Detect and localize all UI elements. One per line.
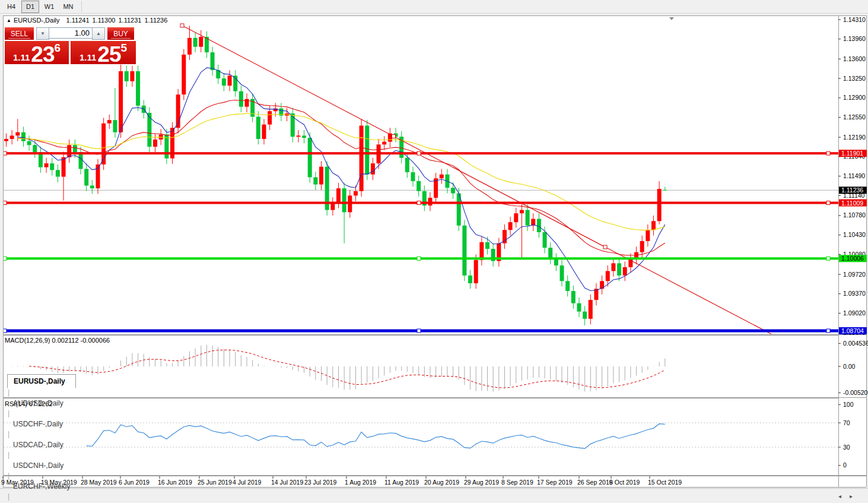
price-tag: 1.10006 [841,255,864,262]
hline-handle[interactable] [826,201,830,205]
date-tick-label: 28 May 2019 [81,479,117,486]
hline-handle[interactable] [417,201,421,205]
rsi-tick-label: 70 [843,419,850,426]
chart-tab-xauusd-weekly[interactable]: XAUUSD-,Weekly [7,501,76,503]
symbol-period-label: EURUSD-,Daily [14,17,60,24]
chart-tab-bar: EURUSD-,Daily|AUDUSD-,Daily|USDCHF-,Dail… [0,488,868,503]
chart-ohlc-header: ▲EURUSD-,Daily1.112411.113001.112311.112… [7,17,167,24]
date-tick-label: 25 Jun 2019 [198,479,232,486]
price-tag: 1.11009 [841,200,863,207]
volume-stepper: ▼ ▲ [36,27,105,40]
one-click-trading-panel: SELL ▼ ▲ BUY 1.11 23 6 1.11 25 5 [5,27,136,64]
price-tick-label: 1.09020 [843,309,866,317]
date-tick-label: 4 Jul 2019 [233,479,262,486]
price-tick-label: 1.13600 [843,55,866,62]
price-tick-label: 1.11490 [843,172,865,179]
tab-separator: | [8,388,9,397]
price-tick-label: 1.13960 [843,35,866,42]
trendline-handle[interactable] [392,135,396,138]
volume-input[interactable] [49,27,92,39]
date-tick-label: 15 Oct 2019 [648,479,682,486]
chart-tab-eurchf-weekly[interactable]: EURCHF-,Weekly [7,480,76,492]
price-tick-label: 1.12900 [843,94,866,101]
buy-price-big-digits: 25 [97,45,120,64]
rsi-tick-label: 100 [843,401,854,408]
sell-button[interactable]: SELL [5,27,34,40]
hline-handle[interactable] [417,151,421,155]
open-value: 1.11241 [66,17,90,24]
hline-handle[interactable] [826,257,830,260]
date-tick-label: 14 Jul 2019 [271,479,303,486]
date-tick-label: 17 Sep 2019 [537,479,573,486]
price-chart[interactable]: 1.143101.139601.136001.132501.129001.125… [0,0,868,503]
price-tick-label: 1.10430 [843,231,866,238]
rsi-tick-label: 30 [843,444,850,451]
chart-window: 1.143101.139601.136001.132501.129001.125… [3,15,867,487]
price-tick-label: 1.13250 [843,75,866,82]
tab-separator: | [8,451,9,459]
price-tick-label: 1.10780 [843,211,866,219]
date-tick-label: 16 Jun 2019 [158,479,192,486]
expand-arrow-icon[interactable]: ▲ [7,18,11,23]
buy-price-pip-digit: 5 [120,43,127,53]
sell-price-big-digits: 23 [31,45,54,64]
price-tick-label: 1.12190 [843,134,866,141]
date-tick-label: 8 Sep 2019 [501,479,533,486]
volume-increase-button[interactable]: ▲ [92,27,105,40]
chart-tab-audusd-daily[interactable]: AUDUSD-,Daily [7,397,76,409]
price-tag: 1.11901 [841,150,863,157]
macd-tick-label: 0.004536 [843,340,868,347]
date-tick-label: 6 Oct 2019 [609,479,640,486]
close-value: 1.11236 [144,17,167,24]
hline-handle[interactable] [826,151,830,155]
macd-indicator-label: MACD(12,26,9) 0.002112 -0.000066 [5,337,110,344]
sell-price-pip-digit: 6 [54,43,61,53]
sell-price-display[interactable]: 1.11 23 6 [5,41,69,64]
date-tick-label: 11 Aug 2019 [384,479,419,486]
hline-handle[interactable] [826,329,830,333]
hline-handle[interactable] [417,329,421,333]
date-tick-label: 20 Aug 2019 [424,479,459,486]
macd-tick-label: -0.005205 [843,389,868,396]
volume-decrease-button[interactable]: ▼ [36,27,49,40]
date-tick-label: 26 Sep 2019 [577,479,613,486]
trendline-handle[interactable] [603,245,607,249]
price-tag: 1.11236 [841,186,863,194]
tab-separator: | [8,409,9,417]
tab-scroll-left-icon[interactable]: ◂ [838,493,850,499]
sell-price-prefix: 1.11 [13,53,30,62]
trendline-handle[interactable] [180,24,184,27]
price-tick-label: 1.12550 [843,113,866,121]
tab-separator: | [8,492,9,501]
price-tick-label: 1.14310 [843,16,866,23]
high-value: 1.11300 [93,17,116,24]
tab-scroll-arrows[interactable]: ◂▸ [838,493,861,499]
application-window: H4D1W1MN 1.143101.139601.136001.132501.1… [0,0,868,503]
date-tick-label: 6 Jun 2019 [119,479,150,486]
chart-tab-usdcad-daily[interactable]: USDCAD-,Daily [7,438,76,451]
chart-tab-usdchf-daily[interactable]: USDCHF-,Daily [7,417,76,430]
tab-separator: | [8,430,9,438]
tab-scroll-right-icon[interactable]: ▸ [850,493,861,499]
date-tick-label: 29 Aug 2019 [464,479,499,486]
chart-tab-usdcnh-daily[interactable]: USDCNH-,Daily [7,459,76,472]
date-tick-label: 23 Jul 2019 [304,479,336,486]
hline-handle[interactable] [417,257,421,260]
buy-price-prefix: 1.11 [80,53,96,62]
rsi-tick-label: 0 [843,461,847,469]
price-tag: 1.08704 [841,327,864,334]
buy-price-display[interactable]: 1.11 25 5 [71,41,136,64]
tab-separator: | [8,472,9,480]
buy-button[interactable]: BUY [107,27,134,40]
price-tick-label: 1.09370 [843,290,866,297]
price-tick-label: 1.09720 [843,271,866,278]
low-value: 1.11231 [118,17,141,24]
chart-tab-eurusd-daily[interactable]: EURUSD-,Daily [7,374,76,388]
macd-tick-label: 0.00 [843,363,856,370]
date-tick-label: 1 Aug 2019 [345,479,376,486]
